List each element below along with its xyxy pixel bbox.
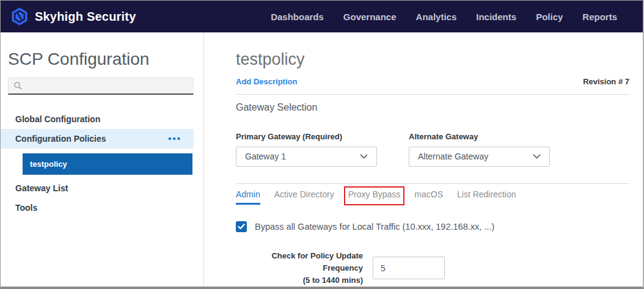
chevron-down-icon [533,154,541,159]
alternate-gateway-value: Alternate Gateway [418,152,488,161]
primary-gateway-label: Primary Gateway (Required) [236,132,377,141]
nav-reports[interactable]: Reports [582,12,617,22]
brand-logo[interactable]: Skyhigh Security [10,7,136,26]
sidebar-item-testpolicy-selected[interactable]: testpolicy [23,153,192,175]
top-navigation-bar: Skyhigh Security Dashboards Governance A… [1,1,643,32]
primary-gateway-value: Gateway 1 [245,152,286,161]
add-description-link[interactable]: Add Description [236,77,297,86]
sidebar-item-global-configuration[interactable]: Global Configuration [1,109,194,129]
policy-update-frequency-label: Check for Policy Update Frequency (5 to … [236,250,363,287]
bypass-gateways-label: Bypass all Gateways for Local Traffic (1… [255,222,494,232]
sidebar-item-label: Global Configuration [15,114,100,124]
sidebar-item-tools[interactable]: Tools [1,198,194,218]
policy-update-frequency-label-line1: Check for Policy Update Frequency [236,250,363,274]
ellipsis-menu-icon[interactable]: ••• [168,136,181,141]
header-divider [236,94,629,95]
alternate-gateway-select[interactable]: Alternate Gateway [409,147,550,167]
nav-incidents[interactable]: Incidents [476,12,516,22]
brand-name: Skyhigh Security [35,10,136,24]
chevron-down-icon [360,154,368,159]
page-title: testpolicy [236,51,629,69]
primary-gateway-select[interactable]: Gateway 1 [236,147,377,167]
search-input[interactable] [26,81,188,90]
revision-label: Revision # 7 [583,77,629,86]
app-window: Skyhigh Security Dashboards Governance A… [0,0,644,289]
policy-update-frequency-input[interactable] [373,257,445,279]
search-icon [13,81,23,90]
main-content: testpolicy Add Description Revision # 7 … [204,32,643,287]
sidebar-nav-list: Global Configuration Configuration Polic… [1,109,203,218]
sidebar: SCP Configuration Global Configuration C… [1,32,204,287]
tab-proxy-bypass-label: Proxy Bypass [348,189,401,199]
alternate-gateway-label: Alternate Gateway [409,132,550,141]
alternate-gateway-field: Alternate Gateway Alternate Gateway [409,132,550,167]
nav-dashboards[interactable]: Dashboards [271,12,324,22]
sidebar-item-label: Tools [15,203,37,213]
primary-gateway-field: Primary Gateway (Required) Gateway 1 [236,132,377,167]
nav-governance[interactable]: Governance [343,12,397,22]
skyhigh-logo-icon [10,7,29,26]
sidebar-search-box[interactable] [8,78,194,95]
sidebar-item-label: testpolicy [30,159,67,169]
tab-proxy-bypass[interactable]: Proxy Bypass [348,189,401,205]
top-nav-menu: Dashboards Governance Analytics Incident… [271,12,633,22]
tabs-divider [236,183,629,184]
bypass-gateways-checkbox[interactable] [236,221,247,232]
nav-analytics[interactable]: Analytics [416,12,457,22]
sidebar-item-gateway-list[interactable]: Gateway List [1,178,194,198]
tab-list-redirection[interactable]: List Redirection [457,189,516,205]
tab-macos[interactable]: macOS [414,189,443,205]
tab-admin[interactable]: Admin [236,189,260,205]
sidebar-title: SCP Configuration [8,49,196,69]
sidebar-item-label: Gateway List [15,183,68,193]
section-title-gateway-selection: Gateway Selection [236,102,629,113]
sidebar-item-configuration-policies[interactable]: Configuration Policies ••• [1,129,194,148]
policy-update-frequency-label-line2: (5 to 1440 mins) [236,274,363,287]
tab-active-directory[interactable]: Active Directory [274,189,334,205]
nav-policy[interactable]: Policy [536,12,563,22]
sidebar-item-label: Configuration Policies [15,134,106,144]
check-icon [238,224,245,230]
tab-bar: Admin Active Directory Proxy Bypass macO… [236,189,629,205]
